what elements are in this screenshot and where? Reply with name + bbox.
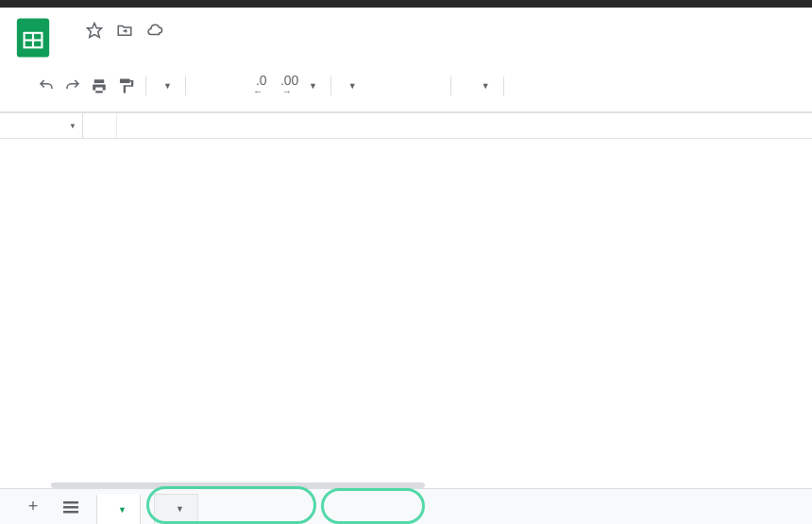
menu-data[interactable]: [168, 51, 181, 59]
fx-icon: [83, 113, 117, 138]
add-sheet-button[interactable]: +: [21, 495, 45, 519]
header: [0, 8, 812, 60]
chevron-down-icon: ▼: [348, 81, 357, 91]
toolbar: ▼ .0← .00→ ▼ ▼ ▼: [0, 60, 812, 108]
name-box-row: ▼: [0, 112, 812, 139]
menu-file[interactable]: [74, 51, 87, 59]
menu-insert[interactable]: [130, 51, 144, 59]
menu-tools[interactable]: [187, 51, 200, 59]
bold-button[interactable]: [512, 74, 536, 98]
name-box[interactable]: ▼: [0, 113, 83, 138]
toolbar-separator: [450, 76, 451, 95]
svg-rect-6: [63, 506, 78, 509]
chevron-down-icon: ▼: [163, 81, 172, 91]
toolbar-separator: [185, 76, 186, 95]
font-size-dropdown[interactable]: ▼: [459, 81, 496, 91]
sheet-tab-form-responses[interactable]: ▼: [96, 494, 141, 524]
chevron-down-icon: ▼: [176, 504, 184, 514]
undo-button[interactable]: [34, 74, 59, 98]
cloud-icon[interactable]: [145, 21, 164, 40]
zoom-dropdown[interactable]: ▼: [154, 81, 178, 91]
chevron-down-icon: ▼: [309, 81, 317, 91]
sheets-logo[interactable]: [15, 15, 51, 60]
currency-button[interactable]: [194, 74, 218, 98]
toolbar-separator: [503, 76, 504, 95]
print-button[interactable]: [87, 74, 111, 98]
annotation-circle: [321, 488, 425, 524]
svg-rect-5: [63, 501, 78, 504]
svg-rect-7: [63, 511, 78, 514]
menu-format[interactable]: [149, 51, 162, 59]
chevron-down-icon: ▼: [482, 81, 490, 91]
move-folder-icon[interactable]: [115, 21, 134, 40]
chevron-down-icon: ▼: [118, 505, 127, 515]
more-formats-dropdown[interactable]: ▼: [299, 81, 323, 91]
sheet-tab-bar: + ▼ ▼: [0, 488, 812, 524]
menubar: [74, 51, 812, 59]
menu-help[interactable]: [225, 51, 238, 59]
menu-addons[interactable]: [206, 51, 219, 59]
window-topbar: [0, 0, 812, 8]
font-dropdown[interactable]: ▼: [339, 81, 443, 91]
chevron-down-icon: ▼: [69, 122, 76, 130]
star-icon[interactable]: [85, 21, 104, 40]
italic-button[interactable]: [538, 74, 563, 98]
toolbar-separator: [145, 76, 146, 95]
increase-decimal-button[interactable]: .00→: [273, 74, 297, 98]
menu-edit[interactable]: [93, 51, 106, 59]
percent-button[interactable]: [220, 74, 245, 98]
menu-view[interactable]: [111, 51, 125, 59]
strikethrough-button[interactable]: [565, 74, 589, 98]
redo-button[interactable]: [60, 74, 85, 98]
sheet-tab-sheet2[interactable]: ▼: [154, 494, 198, 524]
paint-format-button[interactable]: [113, 74, 138, 98]
all-sheets-button[interactable]: [59, 495, 83, 519]
decrease-decimal-button[interactable]: .0←: [246, 74, 271, 98]
formula-bar[interactable]: [117, 113, 812, 138]
toolbar-separator: [330, 76, 331, 95]
svg-marker-4: [88, 24, 102, 38]
